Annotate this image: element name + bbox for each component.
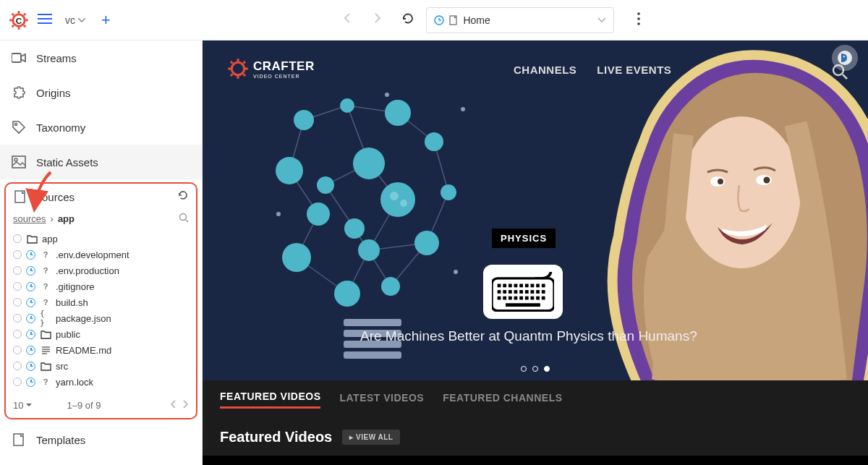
page-prev-button[interactable] bbox=[170, 400, 176, 411]
svg-rect-102 bbox=[542, 284, 545, 288]
carousel-dots[interactable] bbox=[521, 366, 550, 372]
svg-rect-105 bbox=[509, 290, 512, 294]
file-row[interactable]: public bbox=[13, 326, 189, 342]
sources-refresh-button[interactable] bbox=[177, 189, 189, 204]
add-button[interactable]: + bbox=[95, 8, 116, 33]
lightbulb-graphic bbox=[260, 69, 477, 359]
select-circle[interactable] bbox=[13, 234, 22, 243]
brand-sub: VIDEO CENTER bbox=[253, 74, 315, 79]
tab-featured-channels[interactable]: FEATURED CHANNELS bbox=[443, 392, 562, 408]
sources-title: Sources bbox=[35, 191, 75, 203]
svg-line-6 bbox=[24, 25, 25, 27]
svg-rect-112 bbox=[498, 297, 501, 300]
tab-featured-videos[interactable]: FEATURED VIDEOS bbox=[220, 391, 320, 409]
site-selector[interactable]: vc bbox=[61, 12, 90, 29]
svg-text:C: C bbox=[16, 15, 22, 25]
file-name: yarn.lock bbox=[56, 377, 93, 388]
tab-latest-videos[interactable]: LATEST VIDEOS bbox=[339, 392, 424, 408]
video-icon bbox=[12, 51, 26, 65]
chevron-down-icon bbox=[78, 18, 85, 22]
page-size-selector[interactable]: 10 bbox=[13, 400, 32, 411]
file-row[interactable]: { }package.json bbox=[13, 310, 189, 326]
file-name: build.sh bbox=[56, 297, 88, 308]
svg-point-67 bbox=[461, 107, 465, 111]
carousel-dot-active[interactable] bbox=[544, 366, 550, 372]
view-all-button[interactable]: ▸ VIEW ALL bbox=[342, 430, 400, 445]
file-row[interactable]: ?yarn.lock bbox=[13, 374, 189, 390]
file-row[interactable]: ?.env.development bbox=[13, 247, 189, 263]
clock-icon bbox=[26, 266, 35, 276]
nav-link-channels[interactable]: CHANNELS bbox=[514, 64, 576, 76]
file-row[interactable]: ?build.sh bbox=[13, 294, 189, 310]
preview-brand-logo[interactable]: CRAFTER VIDEO CENTER bbox=[227, 58, 315, 80]
select-circle[interactable] bbox=[13, 266, 22, 275]
breadcrumb-root[interactable]: sources bbox=[13, 213, 46, 224]
svg-rect-98 bbox=[519, 284, 523, 288]
select-circle[interactable] bbox=[13, 330, 22, 338]
carousel-dot[interactable] bbox=[521, 366, 527, 372]
svg-point-60 bbox=[344, 218, 365, 239]
svg-rect-113 bbox=[503, 297, 506, 300]
select-circle[interactable] bbox=[13, 282, 22, 291]
clock-icon bbox=[434, 15, 444, 25]
page-icon bbox=[448, 15, 459, 25]
svg-line-26 bbox=[186, 220, 188, 222]
app-header: C vc + Home bbox=[0, 0, 868, 40]
file-row[interactable]: src bbox=[13, 358, 189, 374]
preview-nav: CHANNELS LIVE EVENTS bbox=[514, 64, 671, 76]
svg-rect-99 bbox=[525, 284, 529, 288]
section-header: Featured Videos ▸ VIEW ALL bbox=[203, 419, 868, 456]
file-type-icon bbox=[40, 328, 51, 340]
hero-slide: CRAFTER VIDEO CENTER CHANNELS LIVE EVENT… bbox=[203, 40, 868, 380]
svg-rect-119 bbox=[536, 297, 540, 300]
main-menu-icon[interactable] bbox=[35, 10, 55, 30]
more-options-button[interactable] bbox=[631, 7, 646, 34]
clock-icon bbox=[26, 282, 35, 291]
svg-point-58 bbox=[380, 182, 415, 217]
file-name: .env.development bbox=[56, 249, 129, 260]
file-row[interactable]: ?.gitignore bbox=[13, 278, 189, 294]
file-type-icon: ? bbox=[40, 265, 51, 276]
file-type-icon: ? bbox=[40, 376, 51, 388]
breadcrumb-search-icon[interactable] bbox=[179, 213, 189, 225]
tag-icon bbox=[12, 120, 26, 135]
sidebar-item-templates[interactable]: Templates bbox=[0, 422, 202, 457]
category-tag[interactable]: PHYSICS bbox=[492, 229, 556, 248]
page-next-button[interactable] bbox=[183, 400, 189, 411]
chevron-down-icon bbox=[597, 17, 606, 23]
crafter-logo-icon[interactable]: C bbox=[9, 10, 29, 30]
clock-icon bbox=[26, 250, 35, 260]
pbs-badge[interactable] bbox=[832, 45, 858, 71]
sidebar-item-taxonomy[interactable]: Taxonomy bbox=[0, 110, 202, 145]
nav-back-button[interactable] bbox=[335, 6, 359, 34]
file-row[interactable]: ?.env.production bbox=[13, 263, 189, 278]
svg-line-82 bbox=[244, 74, 246, 77]
nav-forward-button[interactable] bbox=[365, 6, 390, 34]
sidebar-item-scripts[interactable]: Scripts bbox=[0, 457, 202, 465]
svg-point-92 bbox=[764, 177, 770, 184]
svg-rect-109 bbox=[531, 290, 535, 294]
file-row[interactable]: app bbox=[13, 231, 189, 247]
nav-link-live-events[interactable]: LIVE EVENTS bbox=[597, 64, 671, 76]
select-circle[interactable] bbox=[13, 298, 22, 307]
select-circle[interactable] bbox=[13, 314, 22, 323]
select-circle[interactable] bbox=[13, 346, 22, 354]
file-name: .env.production bbox=[56, 265, 119, 276]
svg-rect-108 bbox=[525, 290, 529, 294]
select-circle[interactable] bbox=[13, 362, 22, 370]
sidebar-item-streams[interactable]: Streams bbox=[0, 40, 202, 75]
file-name: app bbox=[42, 234, 58, 244]
file-row[interactable]: README.md bbox=[13, 342, 189, 358]
select-circle[interactable] bbox=[13, 377, 22, 386]
file-type-icon: ? bbox=[40, 249, 51, 260]
refresh-button[interactable] bbox=[396, 7, 420, 34]
address-bar[interactable]: Home bbox=[426, 7, 614, 33]
svg-line-5 bbox=[12, 13, 14, 14]
svg-point-55 bbox=[441, 184, 456, 200]
sidebar-item-static-assets[interactable]: Static Assets bbox=[0, 145, 202, 179]
sources-breadcrumb: sources › app bbox=[13, 213, 189, 225]
carousel-dot[interactable] bbox=[532, 366, 538, 372]
select-circle[interactable] bbox=[13, 250, 22, 259]
sidebar-item-origins[interactable]: Origins bbox=[0, 75, 202, 110]
svg-rect-95 bbox=[503, 284, 506, 288]
